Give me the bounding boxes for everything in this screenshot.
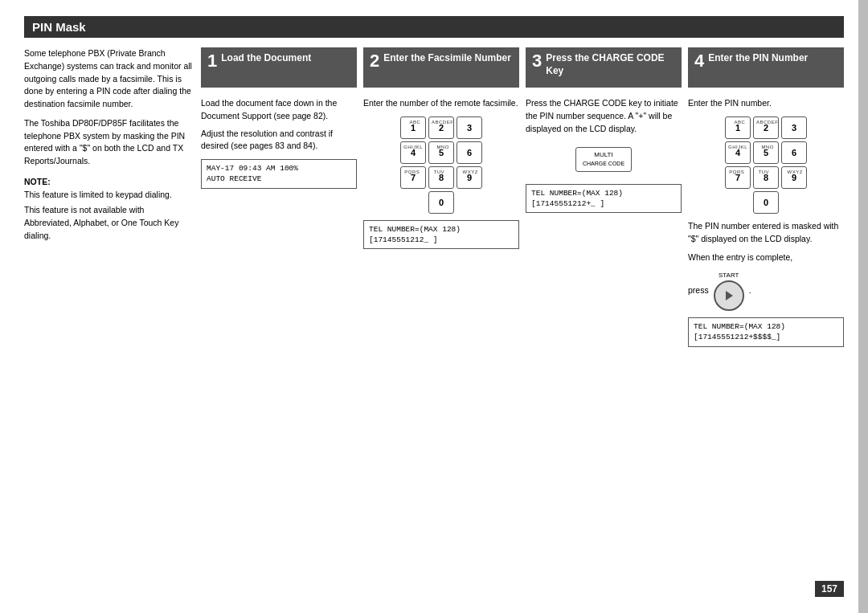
lcd-line1: MAY-17 09:43 AM 100% — [207, 163, 351, 174]
intro-para2: The Toshiba DP80F/DP85F facilitates the … — [24, 117, 193, 168]
svg-marker-0 — [726, 291, 733, 300]
right-sidebar — [858, 0, 868, 613]
key-7b: PQRS 7 — [725, 166, 751, 189]
step-4-number: 4 — [694, 52, 704, 70]
start-button[interactable] — [714, 280, 744, 311]
left-column: Some telephone PBX (Private Branch Excha… — [24, 47, 193, 243]
step-3-col: 3 Press the CHARGE CODE Key Press the CH… — [526, 47, 682, 350]
charge-code-button-area: MULTI CHARGE CODE — [575, 147, 632, 172]
key-1: ABC 1 — [400, 116, 426, 139]
keypad-step4: ABC 1 ABCDEF 2 3 GHIJKL 4 — [725, 116, 807, 214]
step-1-title: Load the Document — [221, 52, 311, 65]
charge-code-label: CHARGE CODE — [583, 160, 624, 169]
step-2-body1: Enter the number of the remote facsimile… — [363, 97, 519, 110]
steps-area: 1 Load the Document Load the document fa… — [201, 47, 844, 350]
note1: This feature is limited to keypad dialin… — [24, 189, 193, 202]
key-9: WXYZ 9 — [457, 166, 482, 189]
key-6: 6 — [457, 141, 482, 164]
page-title: PIN Mask — [24, 16, 844, 38]
step-1-body2: Adjust the resolution and contrast if de… — [201, 128, 357, 153]
step-4-header: 4 Enter the PIN Number — [688, 47, 844, 88]
step-3-body1: Press the CHARGE CODE key to initiate th… — [526, 97, 682, 135]
key-5: MNO 5 — [428, 141, 454, 164]
key-5b: MNO 5 — [753, 141, 779, 164]
start-wrapper: START — [714, 271, 744, 311]
step-3-title: Press the CHARGE CODE Key — [546, 52, 675, 77]
page-number: 157 — [815, 581, 844, 597]
lcd-line1: TEL NUMBER=(MAX 128) — [369, 224, 514, 235]
lcd-line1: TEL NUMBER=(MAX 128) — [694, 321, 838, 332]
step-1-lcd: MAY-17 09:43 AM 100% AUTO RECEIVE — [201, 159, 357, 189]
lcd-line2: [17145551212_ ] — [369, 235, 514, 245]
key-9b: WXYZ 9 — [781, 166, 807, 189]
key-7: PQRS 7 — [400, 166, 426, 189]
step-2-lcd: TEL NUMBER=(MAX 128) [17145551212_ ] — [363, 220, 519, 250]
step-4-body1: Enter the PIN number. — [688, 97, 844, 110]
step-2-number: 2 — [370, 52, 379, 70]
key-8: TUV 8 — [428, 166, 454, 189]
note-label: NOTE: — [24, 176, 193, 189]
step-3-lcd: TEL NUMBER=(MAX 128) [17145551212+_ ] — [526, 184, 682, 214]
keypad-step2: ABC 1 ABCDEF 2 3 GHIJKL 4 — [400, 116, 482, 214]
step-1-body1: Load the document face down in the Docum… — [201, 97, 357, 123]
start-button-area: press START . — [688, 271, 844, 311]
step-2-title: Enter the Facsimile Number — [383, 52, 511, 65]
step-4-body3: When the entry is complete, — [688, 251, 844, 264]
intro-para1: Some telephone PBX (Private Branch Excha… — [24, 47, 193, 111]
key-6b: 6 — [781, 141, 807, 164]
step-3-number: 3 — [532, 52, 542, 70]
multi-label: MULTI — [583, 150, 624, 160]
lcd-line2: AUTO RECEIVE — [207, 174, 351, 184]
step-2-col: 2 Enter the Facsimile Number Enter the n… — [363, 47, 519, 350]
key-1b: ABC 1 — [725, 116, 751, 139]
step-2-body: Enter the number of the remote facsimile… — [363, 94, 519, 252]
key-4: GHIJKL 4 — [400, 141, 426, 164]
key-0: 0 — [428, 191, 454, 214]
lcd-line2: [17145551212+_ ] — [531, 198, 676, 209]
step-4-col: 4 Enter the PIN Number Enter the PIN num… — [688, 47, 844, 350]
key-4b: GHIJKL 4 — [725, 141, 751, 164]
step-4-lcd: TEL NUMBER=(MAX 128) [17145551212+$$$$_] — [688, 317, 844, 347]
key-2: ABCDEF 2 — [428, 116, 454, 139]
step-4-body: Enter the PIN number. ABC 1 ABCDEF 2 3 — [688, 94, 844, 350]
lcd-line2: [17145551212+$$$$_] — [694, 332, 838, 342]
key-3b: 3 — [781, 116, 807, 139]
lcd-line1: TEL NUMBER=(MAX 128) — [531, 188, 676, 198]
key-2b: ABCDEF 2 — [753, 116, 779, 139]
key-3: 3 — [457, 116, 482, 139]
period-label: . — [749, 284, 751, 297]
step-1-header: 1 Load the Document — [201, 47, 357, 88]
press-label: press — [688, 284, 709, 297]
step-4-body2: The PIN number entered is masked with "$… — [688, 220, 844, 246]
step-3-body: Press the CHARGE CODE key to initiate th… — [526, 94, 682, 216]
key-0b: 0 — [753, 191, 779, 214]
start-label: START — [719, 271, 739, 280]
step-1-col: 1 Load the Document Load the document fa… — [201, 47, 357, 350]
step-1-body: Load the document face down in the Docum… — [201, 94, 357, 192]
key-8b: TUV 8 — [753, 166, 779, 189]
start-arrow-icon — [722, 288, 736, 303]
step-3-header: 3 Press the CHARGE CODE Key — [526, 47, 682, 88]
step-4-title: Enter the PIN Number — [708, 52, 808, 65]
step-2-header: 2 Enter the Facsimile Number — [363, 47, 519, 88]
charge-code-button[interactable]: MULTI CHARGE CODE — [575, 147, 632, 172]
note2: This feature is not available with Abbre… — [24, 204, 193, 242]
step-1-number: 1 — [207, 52, 217, 70]
